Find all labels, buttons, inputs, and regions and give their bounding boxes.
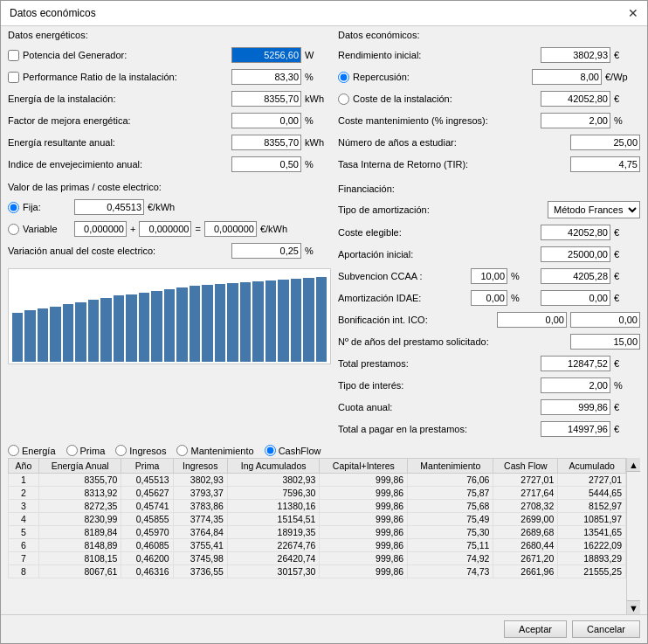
table-cell: 0,46316 bbox=[121, 565, 173, 578]
table-cell: 5444,65 bbox=[558, 487, 626, 500]
table-cell: 4 bbox=[9, 513, 39, 526]
table-cell: 2661,96 bbox=[493, 565, 558, 578]
energia-input[interactable] bbox=[231, 91, 301, 107]
num-anios-row: Número de años a estudiar: bbox=[338, 135, 640, 150]
cuota-label: Cuota anual: bbox=[338, 402, 537, 412]
potencia-checkbox[interactable] bbox=[8, 50, 19, 61]
table-cell: 999,86 bbox=[320, 487, 408, 500]
total-pagar-label: Total a pagar en la prestamos: bbox=[338, 424, 537, 434]
left-panel: Datos energéticos: Potencia del Generado… bbox=[8, 30, 331, 440]
variacion-input[interactable] bbox=[231, 243, 301, 259]
coste-eleg-label: Coste elegible: bbox=[338, 227, 537, 238]
cuota-input[interactable] bbox=[541, 399, 610, 415]
amort-idae-pct-input[interactable] bbox=[471, 290, 507, 306]
chart-bar bbox=[291, 279, 301, 362]
repercusion-unit: €/Wp bbox=[605, 72, 640, 82]
fija-label: Fija: bbox=[23, 202, 71, 212]
total-pagar-input[interactable] bbox=[541, 421, 610, 437]
coste-mant-unit: % bbox=[614, 115, 640, 126]
table-cell: 21555,25 bbox=[558, 565, 626, 578]
coste-inst-label: Coste de la instalación: bbox=[353, 93, 537, 104]
table-cell: 3755,41 bbox=[173, 539, 227, 552]
total-prest-input[interactable] bbox=[541, 356, 610, 371]
chart-area bbox=[8, 268, 331, 364]
aportacion-input[interactable] bbox=[541, 246, 610, 262]
table-cell: 30157,30 bbox=[227, 565, 320, 578]
fija-input[interactable] bbox=[74, 199, 144, 215]
tab-ingresos-radio[interactable] bbox=[115, 445, 127, 456]
amort-idae-value-input[interactable] bbox=[541, 290, 610, 306]
repercusion-radio[interactable] bbox=[338, 72, 349, 83]
table-cell: 18893,29 bbox=[558, 552, 626, 565]
tir-input[interactable] bbox=[570, 156, 640, 172]
energia-res-input[interactable] bbox=[231, 135, 301, 150]
cancelar-button[interactable]: Cancelar bbox=[572, 620, 640, 638]
coste-inst-input[interactable] bbox=[541, 91, 610, 107]
scrollbar[interactable]: ▲ ▼ bbox=[626, 458, 640, 614]
chart-bar bbox=[139, 293, 149, 362]
table-cell: 8108,15 bbox=[38, 552, 121, 565]
bottom-bar: Aceptar Cancelar bbox=[1, 614, 647, 643]
table-row: 68148,890,460853755,4122674,76999,8675,1… bbox=[9, 539, 626, 552]
tab-mantenimiento-radio[interactable] bbox=[176, 445, 188, 456]
indice-input[interactable] bbox=[231, 156, 301, 172]
tab-prima-radio[interactable] bbox=[66, 445, 78, 456]
variable-row: Variable + = €/kWh bbox=[8, 221, 331, 237]
scroll-down[interactable]: ▼ bbox=[627, 600, 640, 614]
scroll-up[interactable]: ▲ bbox=[627, 458, 640, 472]
col-anio: Año bbox=[9, 459, 39, 474]
table-row: 28313,920,456273793,377596,30999,8675,87… bbox=[9, 487, 626, 500]
variable-input3[interactable] bbox=[204, 221, 257, 237]
coste-inst-radio[interactable] bbox=[338, 93, 349, 105]
chart-bar bbox=[24, 310, 35, 362]
tab-cashflow-radio[interactable] bbox=[265, 445, 276, 456]
coste-mant-row: Coste mantenimiento (% ingresos): % bbox=[338, 113, 640, 128]
variable-input2[interactable] bbox=[139, 221, 191, 237]
performance-input[interactable] bbox=[231, 69, 301, 85]
bonif-input2[interactable] bbox=[570, 312, 640, 328]
coste-inst-unit: € bbox=[614, 93, 640, 104]
table-cell: 2717,64 bbox=[493, 487, 558, 500]
num-anios-label: Número de años a estudiar: bbox=[338, 137, 567, 148]
indice-row: Indice de envejecimiento anual: % bbox=[8, 156, 331, 172]
subvencion-pct-input[interactable] bbox=[471, 268, 507, 284]
coste-eleg-input[interactable] bbox=[541, 225, 610, 240]
tipo-amort-select[interactable]: Método Frances Método Alemán bbox=[548, 201, 640, 218]
rendimiento-unit: € bbox=[614, 50, 640, 60]
col-ing-acumulados: Ing Acumulados bbox=[227, 459, 320, 474]
chart-bar bbox=[190, 286, 200, 362]
table-cell: 5 bbox=[9, 526, 39, 539]
coste-mant-input[interactable] bbox=[541, 113, 610, 128]
performance-checkbox[interactable] bbox=[8, 72, 19, 83]
table-row: 38272,350,457413783,8611380,16999,8675,6… bbox=[9, 500, 626, 513]
subvencion-value-input[interactable] bbox=[541, 268, 610, 284]
rendimiento-row: Rendimiento inicial: € bbox=[338, 47, 640, 63]
table-cell: 7 bbox=[9, 552, 39, 565]
repercusion-input[interactable] bbox=[532, 69, 602, 85]
factor-input[interactable] bbox=[231, 113, 301, 128]
variable-input1[interactable] bbox=[74, 221, 127, 237]
col-cash-flow: Cash Flow bbox=[493, 459, 558, 474]
rendimiento-input[interactable] bbox=[541, 47, 610, 63]
table-wrapper[interactable]: Año Energía Anual Prima Ingresos Ing Acu… bbox=[8, 458, 626, 614]
table-cell: 2680,44 bbox=[493, 539, 558, 552]
total-prest-unit: € bbox=[614, 358, 640, 369]
aceptar-button[interactable]: Aceptar bbox=[504, 620, 567, 638]
table-cell: 999,86 bbox=[320, 500, 408, 513]
table-cell: 8 bbox=[9, 565, 39, 578]
chart-bar bbox=[303, 278, 314, 362]
total-prest-label: Total prestamos: bbox=[338, 358, 537, 369]
variable-radio[interactable] bbox=[8, 224, 19, 235]
close-button[interactable]: ✕ bbox=[628, 6, 638, 20]
table-cell: 76,06 bbox=[408, 474, 493, 487]
potencia-input[interactable] bbox=[231, 47, 301, 63]
num-anios-input[interactable] bbox=[570, 135, 640, 150]
fija-radio[interactable] bbox=[8, 202, 19, 213]
bonif-input1[interactable] bbox=[497, 312, 567, 328]
tab-energia-radio[interactable] bbox=[8, 445, 19, 456]
performance-row: Performance Ratio de la instalación: % bbox=[8, 69, 331, 85]
table-cell: 75,11 bbox=[408, 539, 493, 552]
chart-bar bbox=[240, 282, 251, 362]
tipo-interes-input[interactable] bbox=[541, 377, 610, 393]
nro-anios-input[interactable] bbox=[570, 334, 640, 350]
